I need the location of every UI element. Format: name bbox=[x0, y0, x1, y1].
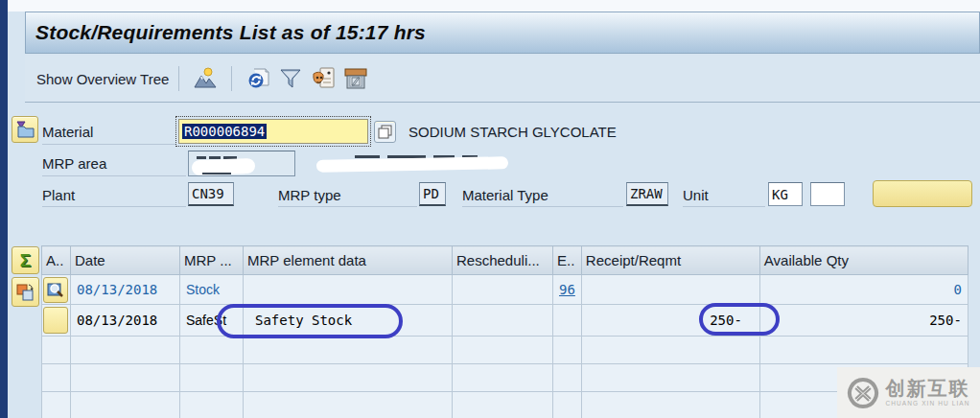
plant-label: Plant bbox=[42, 187, 75, 203]
plant-field[interactable]: CN39 bbox=[188, 182, 234, 206]
table-row-safety-stock[interactable]: 08/13/2018 SafeSt Safety Stock 250- 250- bbox=[42, 305, 968, 337]
print-time-icon[interactable] bbox=[342, 66, 369, 91]
material-type-label: Material Type bbox=[462, 187, 548, 203]
highlighted-action-button[interactable] bbox=[873, 180, 972, 207]
page-title: Stock/Requirements List as of 15:17 hrs bbox=[26, 21, 426, 44]
cell-receipt: 250- bbox=[581, 305, 759, 337]
cell-element-data bbox=[244, 275, 453, 305]
row-select-button[interactable] bbox=[43, 307, 68, 334]
table-row-empty bbox=[42, 364, 968, 392]
mrp-type-field[interactable]: PD bbox=[419, 182, 446, 206]
material-description: SODIUM STARCH GLYCOLATE bbox=[408, 124, 617, 140]
unit-field[interactable]: KG bbox=[768, 182, 803, 206]
watermark-text-en: CHUANG XIN HU LIAN bbox=[885, 401, 969, 407]
table-header-row: A.. Date MRP ... MRP element data Resche… bbox=[42, 246, 968, 275]
cell-exception-link[interactable]: 96 bbox=[553, 275, 582, 305]
label-underline bbox=[462, 206, 623, 207]
col-header-rescheduling[interactable]: Rescheduli... bbox=[453, 246, 553, 275]
col-header-mrp[interactable]: MRP ... bbox=[180, 246, 244, 275]
show-details-icon[interactable] bbox=[12, 277, 39, 307]
table-row-stock[interactable]: 08/13/2018 Stock 96 0 bbox=[42, 275, 968, 305]
toolbar-separator bbox=[178, 66, 179, 91]
label-underline bbox=[278, 206, 417, 207]
label-underline bbox=[42, 206, 186, 207]
material-label: Material bbox=[42, 124, 93, 140]
cell-rescheduling bbox=[453, 305, 553, 337]
cell-available: 250- bbox=[759, 305, 968, 337]
cell-available: 0 bbox=[759, 275, 968, 305]
material-input[interactable]: R000006894 bbox=[178, 119, 368, 144]
watermark-logo-icon bbox=[847, 377, 879, 409]
cell-rescheduling bbox=[453, 275, 553, 305]
cell-receipt bbox=[581, 275, 759, 305]
mrp-area-label: MRP area bbox=[42, 155, 106, 172]
label-underline bbox=[42, 175, 186, 176]
sum-totals-icon[interactable]: Σ bbox=[12, 246, 39, 274]
graphic-icon[interactable] bbox=[192, 66, 219, 91]
material-type-field[interactable]: ZRAW bbox=[626, 182, 668, 206]
col-header-receipt[interactable]: Receipt/Reqmt bbox=[581, 246, 759, 275]
header-details-folder-icon[interactable] bbox=[12, 116, 38, 143]
table-row-empty bbox=[42, 337, 968, 364]
title-bar: Stock/Requirements List as of 15:17 hrs bbox=[25, 12, 980, 54]
left-accent-bar bbox=[0, 0, 8, 418]
material-value-selected: R000006894 bbox=[182, 124, 267, 139]
stock-requirements-table: A.. Date MRP ... MRP element data Resche… bbox=[41, 245, 968, 418]
sap-window: Stock/Requirements List as of 15:17 hrs … bbox=[0, 0, 980, 418]
mrp-area-description-redacted bbox=[316, 151, 537, 175]
col-header-a[interactable]: A.. bbox=[42, 246, 71, 275]
copy-matchcode-icon[interactable] bbox=[374, 121, 396, 143]
watermark-text-cn: 创新互联 bbox=[885, 379, 969, 398]
application-toolbar: Show Overview Tree bbox=[25, 56, 980, 103]
unit-label: Unit bbox=[683, 187, 709, 203]
unit-field-2[interactable] bbox=[810, 182, 845, 206]
show-overview-tree-button[interactable]: Show Overview Tree bbox=[36, 71, 169, 87]
table-row-empty bbox=[42, 392, 968, 418]
col-header-date[interactable]: Date bbox=[71, 246, 180, 275]
checks-mask-icon[interactable] bbox=[310, 66, 337, 91]
col-header-available[interactable]: Available Qty bbox=[759, 246, 968, 275]
col-header-element[interactable]: MRP element data bbox=[244, 246, 453, 275]
cell-element-data: Safety Stock bbox=[244, 305, 453, 337]
cell-mrp-element: Stock bbox=[180, 275, 244, 305]
cell-mrp-element: SafeSt bbox=[180, 305, 244, 337]
label-underline bbox=[683, 206, 765, 207]
top-margin bbox=[8, 0, 980, 12]
cell-exception bbox=[553, 305, 582, 337]
mrp-type-label: MRP type bbox=[278, 187, 341, 203]
col-header-exception[interactable]: E.. bbox=[553, 246, 582, 275]
cell-date: 08/13/2018 bbox=[71, 305, 180, 337]
magnifier-icon[interactable] bbox=[43, 277, 68, 303]
toolbar-separator bbox=[231, 66, 232, 91]
watermark: 创新互联 CHUANG XIN HU LIAN bbox=[837, 367, 980, 418]
label-underline bbox=[42, 144, 176, 145]
refresh-icon[interactable] bbox=[245, 66, 271, 91]
mrp-area-input-redacted[interactable] bbox=[188, 151, 295, 176]
cell-date: 08/13/2018 bbox=[71, 275, 180, 305]
filter-icon[interactable] bbox=[277, 66, 304, 91]
